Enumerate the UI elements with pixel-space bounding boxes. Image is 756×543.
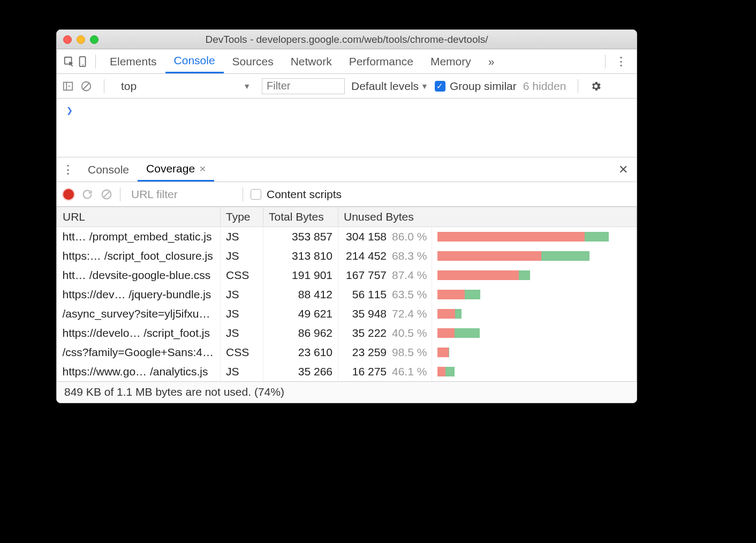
console-settings-icon[interactable]: [590, 80, 602, 92]
cell-type: JS: [221, 362, 263, 381]
table-row[interactable]: htt… /prompt_embed_static.jsJS353 857304…: [57, 227, 637, 246]
console-filter-input[interactable]: [262, 78, 345, 94]
console-output[interactable]: ❯: [57, 99, 637, 157]
cell-total-bytes: 86 962: [263, 323, 338, 343]
cell-url: https://www.go… /analytics.js: [57, 362, 221, 381]
table-row[interactable]: htt… /devsite-google-blue.cssCSS191 9011…: [57, 266, 637, 285]
cell-total-bytes: 191 901: [263, 266, 338, 285]
devtools-window: DevTools - developers.google.com/web/too…: [56, 29, 637, 403]
execution-context-value: top: [121, 80, 137, 93]
table-row[interactable]: https://develo… /script_foot.jsJS86 9623…: [57, 323, 637, 343]
log-levels-select[interactable]: Default levels ▼: [351, 80, 428, 93]
tab-network[interactable]: Network: [282, 49, 341, 73]
cell-unused-bytes: 167 75787.4 %: [338, 266, 432, 285]
main-tabbar: ElementsConsoleSourcesNetworkPerformance…: [57, 49, 637, 74]
clear-coverage-icon[interactable]: [101, 188, 112, 200]
device-toolbar-icon[interactable]: [76, 56, 90, 67]
tab-sources[interactable]: Sources: [224, 49, 282, 73]
zoom-window-icon[interactable]: [90, 35, 99, 44]
window-controls: [63, 35, 99, 44]
cell-unused-bytes: 16 27546.1 %: [338, 362, 432, 381]
more-options-icon[interactable]: ⋮: [611, 55, 631, 69]
group-similar-toggle[interactable]: ✓ Group similar: [435, 80, 517, 93]
hidden-messages-count[interactable]: 6 hidden: [523, 80, 566, 93]
cell-url: htt… /devsite-google-blue.css: [57, 266, 221, 285]
execution-context-select[interactable]: top ▼: [116, 79, 255, 93]
console-prompt-icon: ❯: [66, 104, 73, 117]
col-header-total[interactable]: Total Bytes: [263, 207, 338, 227]
cell-usage-bar: [432, 266, 637, 285]
cell-usage-bar: [432, 323, 637, 343]
table-header-row: URL Type Total Bytes Unused Bytes: [57, 207, 637, 227]
drawer-tab-coverage[interactable]: Coverage×: [138, 157, 214, 182]
separator: [104, 79, 104, 93]
tab-console[interactable]: Console: [165, 49, 224, 73]
svg-line-8: [104, 191, 110, 197]
checkbox-unchecked-icon: [251, 189, 261, 200]
cell-total-bytes: 49 621: [263, 304, 338, 323]
separator: [243, 187, 243, 201]
checkbox-checked-icon: ✓: [435, 81, 445, 92]
drawer-tabbar: ⋮ ConsoleCoverage× ✕: [57, 157, 637, 182]
cell-url: /async_survey?site=ylj5ifxusvv: [57, 304, 221, 323]
table-row[interactable]: /async_survey?site=ylj5ifxusvvJS49 62135…: [57, 304, 637, 323]
cell-type: JS: [221, 323, 263, 343]
tab-memory[interactable]: Memory: [422, 49, 480, 73]
cell-type: JS: [221, 304, 263, 323]
cell-usage-bar: [432, 304, 637, 323]
cell-type: JS: [221, 285, 263, 304]
cell-unused-bytes: 23 25998.5 %: [338, 343, 432, 362]
cell-unused-bytes: 56 11563.5 %: [338, 285, 432, 304]
tab-overflow[interactable]: »: [480, 49, 503, 73]
separator: [95, 55, 96, 69]
table-row[interactable]: https://dev… /jquery-bundle.jsJS88 41256…: [57, 285, 637, 304]
tab-performance[interactable]: Performance: [341, 49, 422, 73]
table-row[interactable]: https://www.go… /analytics.jsJS35 26616 …: [57, 362, 637, 381]
cell-type: CSS: [221, 343, 263, 362]
cell-unused-bytes: 35 94872.4 %: [338, 304, 432, 323]
chevron-down-icon: ▼: [243, 82, 251, 90]
clear-console-icon[interactable]: [80, 80, 92, 92]
col-header-unused[interactable]: Unused Bytes: [338, 207, 637, 227]
cell-unused-bytes: 304 15886.0 %: [338, 227, 432, 246]
svg-rect-1: [80, 56, 86, 66]
record-button[interactable]: [63, 189, 74, 200]
console-toolbar: top ▼ Default levels ▼ ✓ Group similar 6…: [57, 74, 637, 99]
drawer-tab-console[interactable]: Console: [79, 157, 138, 182]
cell-unused-bytes: 214 45268.3 %: [338, 246, 432, 266]
coverage-table: URL Type Total Bytes Unused Bytes htt… /…: [57, 207, 637, 381]
inspect-element-icon[interactable]: [62, 56, 76, 67]
coverage-status: 849 KB of 1.1 MB bytes are not used. (74…: [57, 381, 637, 403]
table-row[interactable]: https:… /script_foot_closure.jsJS313 810…: [57, 246, 637, 266]
col-header-url[interactable]: URL: [57, 207, 221, 227]
content-scripts-toggle[interactable]: Content scripts: [251, 188, 342, 201]
cell-usage-bar: [432, 343, 637, 362]
coverage-url-filter-input[interactable]: URL filter: [128, 188, 235, 201]
coverage-toolbar: URL filter Content scripts: [57, 182, 637, 207]
cell-url: /css?family=Google+Sans:400: [57, 343, 221, 362]
cell-total-bytes: 88 412: [263, 285, 338, 304]
col-header-type[interactable]: Type: [221, 207, 263, 227]
tab-elements[interactable]: Elements: [101, 49, 165, 73]
cell-total-bytes: 353 857: [263, 227, 338, 246]
cell-url: https:… /script_foot_closure.js: [57, 246, 221, 266]
cell-unused-bytes: 35 22240.5 %: [338, 323, 432, 343]
reload-icon[interactable]: [81, 188, 93, 200]
close-window-icon[interactable]: [63, 35, 72, 44]
close-tab-icon[interactable]: ×: [199, 162, 206, 175]
console-sidebar-toggle-icon[interactable]: [62, 80, 74, 92]
cell-url: https://develo… /script_foot.js: [57, 323, 221, 343]
separator: [578, 79, 578, 93]
cell-type: CSS: [221, 266, 263, 285]
minimize-window-icon[interactable]: [77, 35, 85, 44]
drawer-more-icon[interactable]: ⋮: [62, 163, 79, 177]
cell-total-bytes: 23 610: [263, 343, 338, 362]
cell-usage-bar: [432, 227, 637, 246]
table-row[interactable]: /css?family=Google+Sans:400CSS23 61023 2…: [57, 343, 637, 362]
cell-type: JS: [221, 227, 263, 246]
drawer-close-icon[interactable]: ✕: [615, 163, 631, 177]
cell-total-bytes: 313 810: [263, 246, 338, 266]
cell-usage-bar: [432, 285, 637, 304]
separator: [605, 55, 606, 69]
cell-usage-bar: [432, 362, 637, 381]
